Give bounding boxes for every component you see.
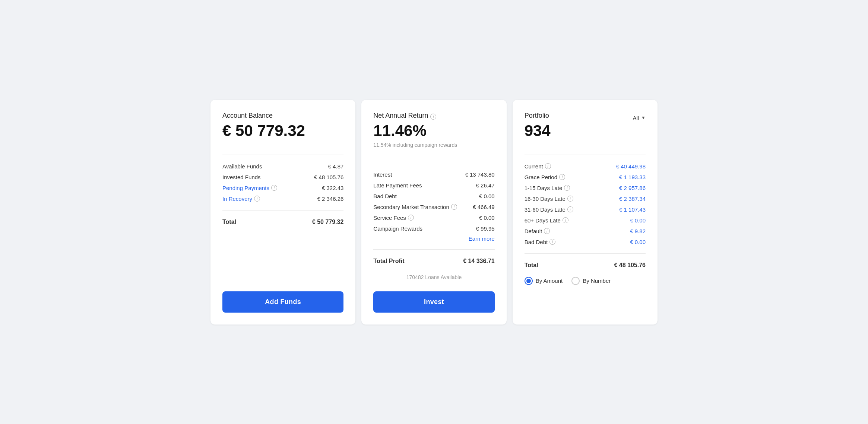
radio-by-amount-circle[interactable] <box>525 277 533 285</box>
current-info-icon[interactable]: i <box>545 163 551 169</box>
value-account-total: € 50 779.32 <box>312 219 344 225</box>
returns-main-value: 11.46% <box>373 122 494 140</box>
value-in-recovery: € 2 346.26 <box>317 196 343 202</box>
row-1-15-late: 1-15 Days Late i € 2 957.86 <box>525 183 646 193</box>
loans-available-text: 170482 Loans Available <box>373 267 494 280</box>
value-60-plus-late: € 0.00 <box>630 217 646 224</box>
returns-info-icon[interactable]: i <box>430 114 436 120</box>
label-total-profit: Total Profit <box>373 258 404 265</box>
in-recovery-info-icon[interactable]: i <box>254 196 260 202</box>
label-bad-debt: Bad Debt <box>373 193 397 199</box>
label-current: Current i <box>525 163 551 170</box>
value-31-60-late: € 1 107.43 <box>619 206 646 213</box>
value-current: € 40 449.98 <box>616 163 646 170</box>
row-account-total: Total € 50 779.32 <box>222 216 343 228</box>
row-current: Current i € 40 449.98 <box>525 161 646 172</box>
portfolio-header: Portfolio 934 All ▼ <box>525 112 646 149</box>
row-service-fees: Service Fees i € 0.00 <box>373 212 494 223</box>
label-60-plus-late: 60+ Days Late i <box>525 217 568 224</box>
label-grace-period: Grace Period i <box>525 174 565 180</box>
value-bad-debt: € 0.00 <box>479 193 495 199</box>
row-in-recovery: In Recovery i € 2 346.26 <box>222 193 343 204</box>
portfolio-card: Portfolio 934 All ▼ Current i € 40 449.9… <box>513 100 658 325</box>
label-interest: Interest <box>373 171 392 178</box>
1-15-late-info-icon[interactable]: i <box>564 185 570 191</box>
radio-by-amount-label: By Amount <box>536 278 563 284</box>
portfolio-bad-debt-info-icon[interactable]: i <box>549 239 555 245</box>
radio-by-amount[interactable]: By Amount <box>525 277 563 285</box>
value-portfolio-bad-debt: € 0.00 <box>630 239 646 245</box>
row-16-30-late: 16-30 Days Late i € 2 387.34 <box>525 193 646 204</box>
value-available-funds: € 4.87 <box>328 163 344 170</box>
add-funds-button[interactable]: Add Funds <box>222 291 343 313</box>
row-campaign-rewards: Campaign Rewards € 99.95 <box>373 223 494 234</box>
portfolio-filter[interactable]: All ▼ <box>633 115 646 121</box>
portfolio-main-value: 934 <box>525 122 551 140</box>
portfolio-title-block: Portfolio 934 <box>525 112 551 149</box>
radio-by-number-label: By Number <box>583 278 611 284</box>
label-31-60-late: 31-60 Days Late i <box>525 206 573 213</box>
service-fees-info-icon[interactable]: i <box>408 215 414 221</box>
label-late-fees: Late Payment Fees <box>373 182 422 189</box>
row-default: Default i € 9.82 <box>525 226 646 237</box>
dashboard: Account Balance € 50 779.32 Available Fu… <box>210 100 658 325</box>
returns-card: Net Annual Return i 11.46% 11.54% includ… <box>361 100 506 325</box>
returns-title-row: Net Annual Return i <box>373 112 494 122</box>
radio-by-number-circle[interactable] <box>571 277 580 285</box>
label-default: Default i <box>525 228 550 234</box>
pending-payments-info-icon[interactable]: i <box>271 185 277 191</box>
row-portfolio-bad-debt: Bad Debt i € 0.00 <box>525 237 646 247</box>
row-secondary-market: Secondary Market Transaction i € 466.49 <box>373 202 494 212</box>
16-30-late-info-icon[interactable]: i <box>567 196 573 202</box>
returns-divider <box>373 163 494 163</box>
label-in-recovery: In Recovery i <box>222 196 260 202</box>
portfolio-divider <box>525 155 646 155</box>
label-available-funds: Available Funds <box>222 163 262 170</box>
returns-title: Net Annual Return <box>373 112 428 120</box>
row-portfolio-total: Total € 48 105.76 <box>525 260 646 271</box>
value-grace-period: € 1 193.33 <box>619 174 646 180</box>
value-1-15-late: € 2 957.86 <box>619 185 646 191</box>
60-plus-late-info-icon[interactable]: i <box>563 217 568 223</box>
portfolio-title: Portfolio <box>525 112 551 120</box>
earn-more-link[interactable]: Earn more <box>373 234 494 243</box>
value-total-profit: € 14 336.71 <box>463 258 495 265</box>
portfolio-total-divider <box>525 253 646 254</box>
label-1-15-late: 1-15 Days Late i <box>525 185 570 191</box>
portfolio-radio-group: By Amount By Number <box>525 277 646 285</box>
value-service-fees: € 0.00 <box>479 215 495 221</box>
row-pending-payments: Pending Payments i € 322.43 <box>222 183 343 193</box>
value-default: € 9.82 <box>630 228 646 234</box>
value-16-30-late: € 2 387.34 <box>619 196 646 202</box>
account-divider <box>222 155 343 155</box>
row-invested-funds: Invested Funds € 48 105.76 <box>222 172 343 183</box>
label-campaign-rewards: Campaign Rewards <box>373 225 422 232</box>
value-late-fees: € 26.47 <box>476 182 495 189</box>
label-portfolio-bad-debt: Bad Debt i <box>525 239 556 245</box>
account-title: Account Balance <box>222 112 343 120</box>
31-60-late-info-icon[interactable]: i <box>567 206 573 212</box>
radio-by-number[interactable]: By Number <box>571 277 611 285</box>
default-info-icon[interactable]: i <box>544 228 550 234</box>
row-bad-debt: Bad Debt € 0.00 <box>373 191 494 202</box>
label-invested-funds: Invested Funds <box>222 174 261 180</box>
invest-button[interactable]: Invest <box>373 291 494 313</box>
account-balance-card: Account Balance € 50 779.32 Available Fu… <box>210 100 355 325</box>
secondary-market-info-icon[interactable]: i <box>451 204 457 210</box>
grace-period-info-icon[interactable]: i <box>559 174 565 180</box>
value-portfolio-total: € 48 105.76 <box>614 262 646 269</box>
returns-total-divider <box>373 249 494 250</box>
value-pending-payments: € 322.43 <box>322 185 343 191</box>
label-service-fees: Service Fees i <box>373 215 414 221</box>
label-secondary-market: Secondary Market Transaction i <box>373 204 457 210</box>
row-31-60-late: 31-60 Days Late i € 1 107.43 <box>525 204 646 215</box>
value-secondary-market: € 466.49 <box>473 204 494 210</box>
account-main-value: € 50 779.32 <box>222 122 343 140</box>
value-interest: € 13 743.80 <box>465 171 494 178</box>
label-portfolio-total: Total <box>525 262 538 269</box>
value-invested-funds: € 48 105.76 <box>314 174 343 180</box>
row-60-plus-late: 60+ Days Late i € 0.00 <box>525 215 646 226</box>
label-account-total: Total <box>222 219 236 225</box>
label-16-30-late: 16-30 Days Late i <box>525 196 573 202</box>
portfolio-filter-label: All <box>633 115 639 121</box>
